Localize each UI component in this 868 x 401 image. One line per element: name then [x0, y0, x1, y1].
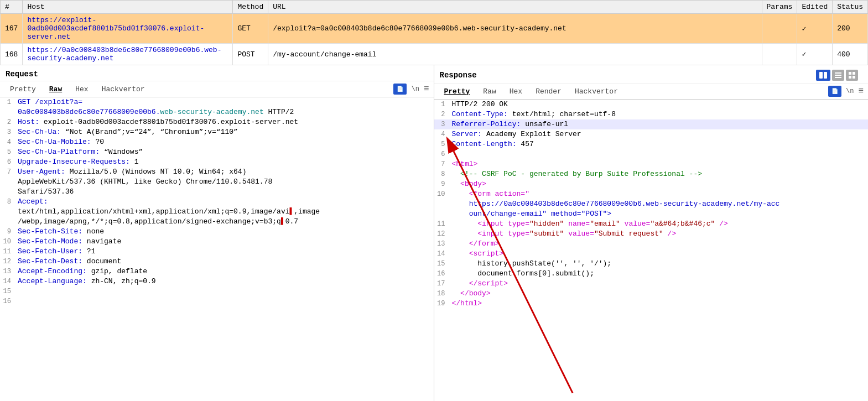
request-line: 12Sec-Fetch-Dest: document	[0, 257, 434, 267]
line-number: 10	[434, 190, 450, 199]
line-text: </body>	[450, 289, 869, 298]
svg-rect-8	[853, 76, 855, 79]
line-number: 13	[0, 267, 15, 276]
tab-pretty-res[interactable]: Pretty	[439, 86, 476, 97]
line-number: 13	[434, 239, 450, 248]
response-line: 1HTTP/2 200 OK	[434, 100, 869, 110]
row-host: https://0a0c008403b8de6c80e77668009e00b6…	[23, 44, 233, 65]
line-number	[0, 178, 15, 186]
response-line: 9 <body>	[434, 179, 869, 189]
document-icon-req[interactable]: 📄	[393, 84, 407, 95]
tab-render-res[interactable]: Render	[530, 86, 567, 97]
line-number: 2	[0, 118, 15, 127]
line-text: Upgrade-Insecure-Requests: 1	[15, 158, 434, 166]
request-line: 10Sec-Fetch-Mode: navigate	[0, 237, 434, 247]
tab-raw-res[interactable]: Raw	[477, 86, 501, 97]
request-line: 7User-Agent: Mozilla/5.0 (Windows NT 10.…	[0, 167, 434, 177]
line-number: 11	[0, 247, 15, 256]
menu-icon-req[interactable]: ≡	[424, 84, 429, 94]
row-num: 168	[1, 44, 23, 65]
line-text: <html>	[450, 160, 869, 169]
tab-hackvertor-req[interactable]: Hackvertor	[96, 84, 150, 95]
response-line: 12 <input type="submit" value="Submit re…	[434, 229, 869, 239]
tab-pretty-req[interactable]: Pretty	[4, 84, 41, 95]
line-number: 4	[0, 138, 15, 147]
row-url: /exploit?a=0a0c008403b8de6c80e77668009e0…	[268, 14, 762, 44]
request-line: 16	[0, 296, 434, 306]
request-title: Request	[0, 65, 434, 81]
line-number: 1	[0, 98, 15, 107]
view-split-icon[interactable]	[816, 70, 830, 81]
view-list-icon[interactable]	[832, 70, 844, 81]
svg-rect-5	[849, 72, 851, 75]
line-text: ount/change-email" method="POST">	[450, 210, 869, 218]
line-number	[0, 207, 15, 216]
line-number	[434, 200, 450, 209]
line-number: 3	[0, 128, 15, 137]
line-text: HTTP/2 200 OK	[450, 100, 869, 109]
response-line: 15 history.pushState('', '', '/');	[434, 259, 869, 269]
newline-icon-req[interactable]: \n	[411, 85, 419, 93]
line-text: <!-- CSRF PoC - generated by Burp Suite …	[450, 170, 869, 179]
line-number: 8	[0, 197, 15, 206]
line-text	[450, 150, 869, 159]
row-status: 200	[833, 14, 868, 44]
line-number: 18	[434, 289, 450, 298]
response-title: Response	[434, 65, 869, 84]
line-text: 0a0c008403b8de6c80e77668009e00b6.web-sec…	[15, 108, 434, 117]
table-row[interactable]: 168https://0a0c008403b8de6c80e77668009e0…	[1, 44, 868, 65]
request-line: 9Sec-Fetch-Site: none	[0, 227, 434, 237]
response-line: 5Content-Length: 457	[434, 139, 869, 149]
line-text: Sec-Fetch-User: ?1	[15, 247, 434, 256]
tab-hex-req[interactable]: Hex	[70, 84, 93, 95]
line-number: 14	[434, 249, 450, 258]
line-text: Content-Length: 457	[450, 140, 869, 149]
line-number: 12	[434, 230, 450, 238]
line-number: 15	[434, 259, 450, 268]
line-text: Host: exploit-0adb00d003acdef8801b75bd01…	[15, 118, 434, 127]
line-text: Accept:	[15, 197, 434, 206]
line-number	[0, 108, 15, 117]
menu-icon-res[interactable]: ≡	[858, 86, 864, 96]
response-line: 13 </form>	[434, 239, 869, 249]
newline-icon-res[interactable]: \n	[846, 87, 854, 95]
line-text: Sec-Fetch-Mode: navigate	[15, 237, 434, 246]
table-row[interactable]: 167https://exploit-0adb00d003acdef8801b7…	[1, 14, 868, 44]
document-icon-res[interactable]: 📄	[828, 86, 841, 97]
response-panel: Response Pretty Raw Hex Render Hackverto…	[434, 65, 869, 401]
response-line: ount/change-email" method="POST">	[434, 209, 869, 219]
request-panel: Request Pretty Raw Hex Hackvertor 📄 \n ≡…	[0, 65, 434, 401]
request-line: 15	[0, 287, 434, 296]
tile-view-svg	[848, 71, 856, 79]
line-text: Accept-Language: zh-CN, zh;q=0.9	[15, 277, 434, 286]
line-text	[15, 287, 434, 296]
line-text: </html>	[450, 299, 869, 308]
line-number: 12	[0, 257, 15, 266]
view-tile-icon[interactable]	[846, 70, 858, 81]
svg-rect-3	[835, 75, 841, 76]
request-line: text/html,application/xhtml+xml,applicat…	[0, 207, 434, 217]
response-line: 16 document.forms[0].submit();	[434, 269, 869, 279]
line-number: 9	[434, 180, 450, 189]
response-line: 19</html>	[434, 299, 869, 309]
list-view-svg	[834, 71, 842, 79]
line-number: 6	[434, 150, 450, 159]
row-edited: ✓	[797, 44, 833, 65]
tab-hex-res[interactable]: Hex	[504, 86, 528, 97]
line-number: 19	[434, 299, 450, 308]
line-number: 16	[434, 269, 450, 278]
row-method: GET	[233, 14, 268, 44]
line-number: 7	[0, 168, 15, 176]
request-line: 11Sec-Fetch-User: ?1	[0, 247, 434, 257]
tab-hackvertor-res[interactable]: Hackvertor	[569, 86, 623, 97]
row-host: https://exploit-0adb00d003acdef8801b75bd…	[23, 14, 233, 44]
svg-rect-6	[853, 72, 855, 75]
line-number: 1	[434, 100, 450, 109]
request-line: 13Accept-Encoding: gzip, deflate	[0, 267, 434, 277]
col-header-host: Host	[23, 1, 233, 14]
line-text: Safari/537.36	[15, 188, 434, 196]
line-number: 9	[0, 227, 15, 236]
line-number: 5	[434, 140, 450, 149]
col-header-edited: Edited	[797, 1, 833, 14]
tab-raw-req[interactable]: Raw	[44, 84, 67, 95]
